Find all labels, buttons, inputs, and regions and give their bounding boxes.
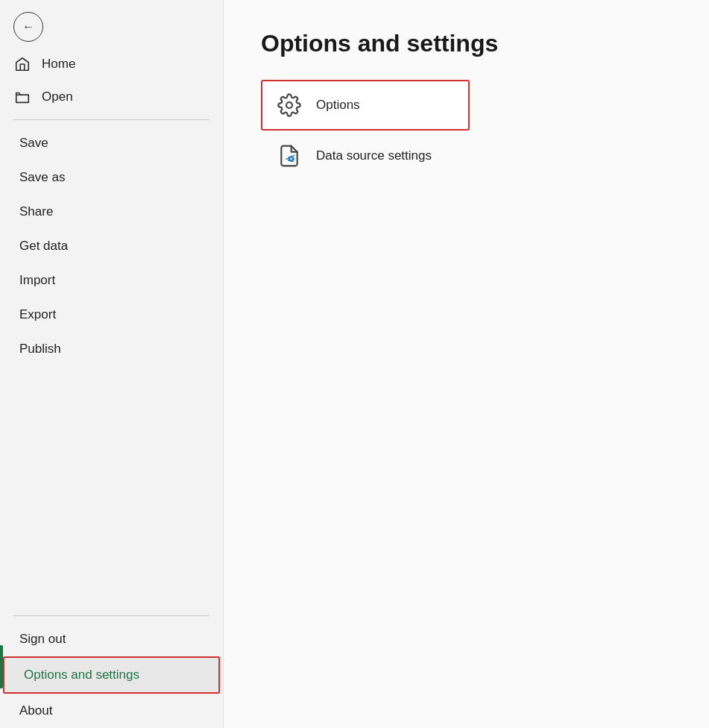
open-label: Open bbox=[42, 90, 73, 104]
main-content: Options and settings Options bbox=[224, 0, 709, 728]
sidebar: ← Home Open Save bbox=[0, 0, 224, 728]
save-as-label: Save as bbox=[19, 170, 65, 184]
save-label: Save bbox=[19, 136, 48, 150]
options-list: Options Data source settings bbox=[261, 80, 672, 181]
sidebar-item-home[interactable]: Home bbox=[0, 48, 223, 81]
page-title: Options and settings bbox=[261, 30, 672, 57]
share-label: Share bbox=[19, 204, 53, 219]
import-label: Import bbox=[19, 273, 55, 287]
nav-divider-bottom bbox=[13, 615, 209, 616]
home-label: Home bbox=[42, 57, 75, 72]
nav-top: Home Open bbox=[0, 48, 223, 113]
publish-label: Publish bbox=[19, 342, 61, 356]
svg-point-0 bbox=[286, 102, 292, 108]
about-label: About bbox=[19, 703, 52, 718]
sidebar-item-options-and-settings[interactable]: Options and settings bbox=[3, 656, 220, 694]
home-icon bbox=[13, 55, 31, 73]
options-and-settings-label: Options and settings bbox=[24, 668, 139, 682]
data-source-settings-card[interactable]: Data source settings bbox=[261, 131, 470, 181]
sidebar-item-sign-out[interactable]: Sign out bbox=[0, 622, 223, 656]
options-label: Options bbox=[316, 98, 360, 113]
sidebar-item-open[interactable]: Open bbox=[0, 81, 223, 113]
back-arrow-icon: ← bbox=[22, 21, 34, 33]
gear-icon bbox=[276, 92, 303, 119]
data-source-settings-label: Data source settings bbox=[316, 148, 432, 163]
sidebar-bottom: Sign out Options and settings About bbox=[0, 609, 223, 728]
sidebar-item-publish[interactable]: Publish bbox=[0, 332, 223, 366]
active-indicator bbox=[0, 645, 3, 688]
back-button[interactable]: ← bbox=[13, 12, 43, 42]
export-label: Export bbox=[19, 307, 56, 321]
open-icon bbox=[13, 88, 31, 106]
sidebar-item-import[interactable]: Import bbox=[0, 263, 223, 298]
sidebar-item-save-as[interactable]: Save as bbox=[0, 160, 223, 195]
sidebar-item-get-data[interactable]: Get data bbox=[0, 229, 223, 263]
options-card[interactable]: Options bbox=[261, 80, 470, 131]
sidebar-item-about[interactable]: About bbox=[0, 694, 223, 728]
sidebar-item-save[interactable]: Save bbox=[0, 126, 223, 160]
sidebar-item-share[interactable]: Share bbox=[0, 195, 223, 229]
nav-items: Save Save as Share Get data Import Expor… bbox=[0, 126, 223, 366]
get-data-label: Get data bbox=[19, 239, 68, 253]
sidebar-item-export[interactable]: Export bbox=[0, 298, 223, 332]
sign-out-label: Sign out bbox=[19, 632, 66, 646]
data-source-icon bbox=[276, 142, 303, 169]
nav-divider-top bbox=[13, 119, 209, 120]
